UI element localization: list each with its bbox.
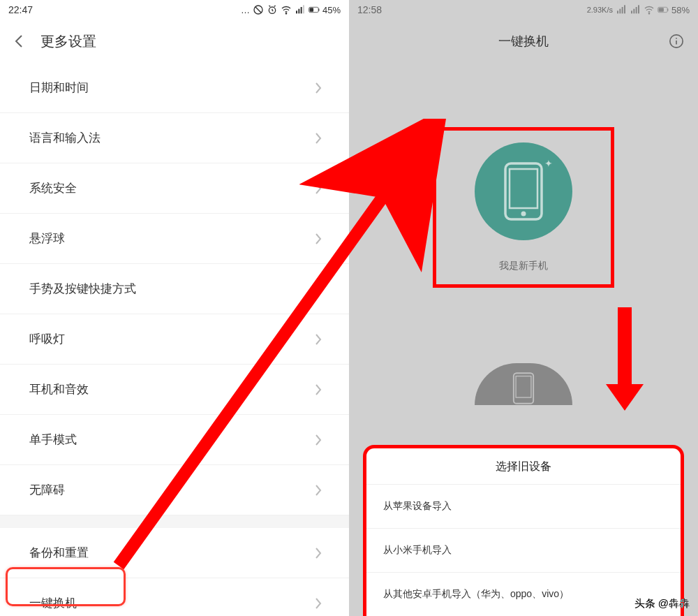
- new-phone-option[interactable]: ✦ 我是新手机: [433, 127, 614, 288]
- status-icons-right: 2.93K/s 58%: [587, 4, 690, 15]
- svg-rect-5: [301, 7, 302, 13]
- svg-rect-9: [310, 8, 314, 12]
- select-device-dialog: 选择旧设备 从苹果设备导入 从小米手机导入 从其他安卓手机导入（华为、oppo、…: [363, 445, 684, 616]
- svg-rect-13: [624, 5, 625, 13]
- svg-rect-24: [505, 163, 542, 219]
- svg-rect-15: [633, 9, 634, 14]
- settings-label: 呼吸灯: [29, 331, 314, 347]
- chevron-right-icon: [314, 333, 322, 346]
- svg-rect-11: [619, 9, 621, 14]
- page-title-left: 更多设置: [40, 32, 96, 51]
- svg-rect-6: [303, 5, 304, 13]
- svg-point-2: [285, 13, 286, 14]
- dialog-item-android[interactable]: 从其他安卓手机导入（华为、oppo、vivo）: [366, 573, 681, 616]
- settings-item-datetime[interactable]: 日期和时间: [0, 63, 349, 113]
- dialog-item-apple[interactable]: 从苹果设备导入: [366, 485, 681, 529]
- svg-rect-21: [659, 8, 664, 12]
- svg-rect-10: [617, 10, 618, 13]
- settings-item-led[interactable]: 呼吸灯: [0, 314, 349, 365]
- settings-label: 悬浮球: [29, 230, 314, 247]
- cellular-icon: [295, 4, 306, 15]
- phone-icon: [503, 161, 544, 222]
- chevron-right-icon: [314, 383, 322, 396]
- svg-point-26: [521, 212, 526, 217]
- settings-item-audio[interactable]: 耳机和音效: [0, 365, 349, 415]
- chevron-right-icon: [314, 283, 322, 295]
- settings-item-security[interactable]: 系统安全: [0, 163, 349, 214]
- battery-icon: [658, 4, 669, 15]
- battery-percent: 45%: [322, 5, 341, 15]
- battery-icon: [309, 4, 320, 15]
- wifi-icon: [281, 4, 292, 15]
- svg-rect-8: [318, 8, 319, 11]
- svg-rect-17: [638, 5, 639, 13]
- settings-item-floatball[interactable]: 悬浮球: [0, 214, 349, 264]
- status-time: 22:47: [8, 4, 33, 15]
- chevron-right-icon: [314, 484, 322, 497]
- settings-item-onehand[interactable]: 单手模式: [0, 415, 349, 465]
- status-bar-right: 12:58 2.93K/s 58%: [349, 0, 698, 20]
- svg-rect-16: [636, 7, 637, 13]
- chevron-right-icon: [314, 182, 322, 195]
- header-right: 一键换机: [349, 20, 698, 63]
- cellular-icon: [630, 4, 641, 15]
- back-icon[interactable]: [11, 33, 28, 50]
- left-screen: 22:47 … 45% 更多设置 日期和时间 语言和输入法 系统安全: [0, 0, 349, 616]
- phone-circle-icon: ✦: [475, 142, 572, 240]
- settings-item-language[interactable]: 语言和输入法: [0, 113, 349, 163]
- watermark: 头条 @犇犇: [634, 597, 690, 610]
- new-phone-label: 我是新手机: [499, 260, 548, 272]
- svg-rect-28: [516, 376, 531, 398]
- phone-icon: [506, 372, 541, 405]
- settings-label: 无障碍: [29, 482, 314, 498]
- status-icons-left: … 45%: [241, 4, 341, 15]
- status-bar-left: 22:47 … 45%: [0, 0, 349, 20]
- section-divider: [0, 515, 349, 528]
- settings-label: 手势及按键快捷方式: [29, 281, 314, 297]
- battery-percent: 58%: [671, 5, 690, 15]
- wifi-icon: [644, 4, 655, 15]
- info-icon[interactable]: [669, 34, 684, 49]
- svg-rect-27: [514, 373, 533, 404]
- svg-rect-4: [298, 9, 299, 14]
- svg-point-18: [648, 13, 649, 14]
- page-title-right: 一键换机: [498, 33, 549, 50]
- dots-icon: …: [241, 5, 250, 15]
- chevron-right-icon: [314, 547, 322, 559]
- settings-item-gestures[interactable]: 手势及按键快捷方式: [0, 264, 349, 314]
- settings-list: 日期和时间 语言和输入法 系统安全 悬浮球 手势及按键快捷方式 呼吸灯 耳机和音…: [0, 63, 349, 616]
- chevron-right-icon: [314, 233, 322, 245]
- settings-label: 耳机和音效: [29, 381, 314, 397]
- settings-label: 备份和重置: [29, 545, 314, 561]
- svg-rect-14: [631, 10, 632, 13]
- status-time: 12:58: [357, 4, 382, 15]
- settings-label: 日期和时间: [29, 80, 314, 96]
- dialog-title: 选择旧设备: [366, 448, 681, 485]
- svg-rect-12: [622, 7, 623, 13]
- chevron-right-icon: [314, 82, 322, 94]
- highlight-box-left: [6, 567, 126, 606]
- header-left: 更多设置: [0, 20, 349, 63]
- svg-rect-25: [510, 169, 537, 208]
- chevron-right-icon: [314, 434, 322, 446]
- alarm-icon: [267, 4, 278, 15]
- settings-label: 语言和输入法: [29, 130, 314, 146]
- svg-rect-20: [667, 8, 668, 11]
- right-screen: 12:58 2.93K/s 58% 一键换机 ✦ 我是新手机: [349, 0, 698, 616]
- settings-label: 系统安全: [29, 180, 314, 196]
- dialog-item-xiaomi[interactable]: 从小米手机导入: [366, 529, 681, 573]
- old-phone-preview: [482, 363, 565, 405]
- svg-point-23: [676, 38, 677, 39]
- net-speed: 2.93K/s: [587, 6, 613, 14]
- mute-icon: [253, 4, 264, 15]
- settings-item-accessibility[interactable]: 无障碍: [0, 465, 349, 515]
- settings-label: 单手模式: [29, 432, 314, 448]
- sparkle-icon: ✦: [544, 158, 553, 169]
- chevron-right-icon: [314, 132, 322, 145]
- cellular-icon: [616, 4, 627, 15]
- svg-rect-3: [296, 10, 297, 13]
- chevron-right-icon: [314, 597, 322, 610]
